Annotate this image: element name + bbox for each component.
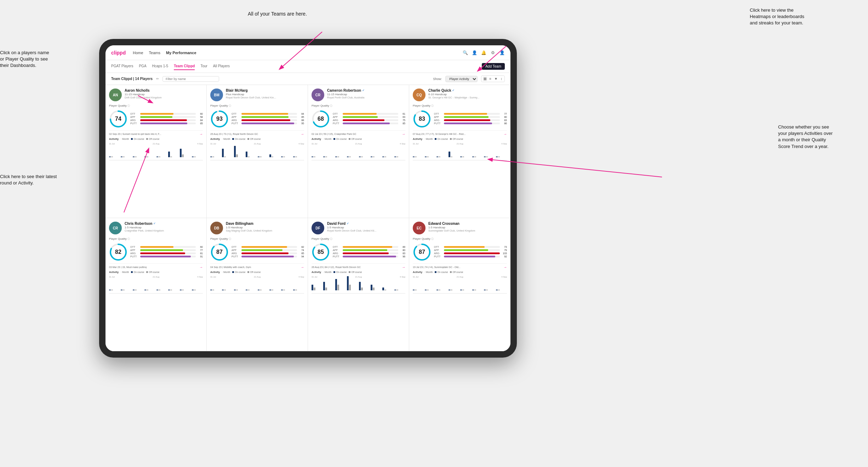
activity-period[interactable]: · Month [222,271,230,273]
chart-bar-on [269,290,271,290]
player-name[interactable]: Cameron Robertson✓ [327,89,405,92]
stat-bar-arg [343,119,384,121]
latest-round-arrow[interactable]: → [402,132,405,136]
filter-icon[interactable]: ▼ [493,76,498,81]
user-icon[interactable]: 👤 [472,50,477,56]
quality-circle[interactable]: 93 [210,110,229,128]
filter-input[interactable] [162,76,219,82]
activity-period[interactable]: · Month [424,271,433,273]
chart-bar-on [258,156,259,157]
tab-pga[interactable]: PGA [139,63,146,70]
tab-team-clippd[interactable]: Team Clippd [174,63,195,70]
quality-circle[interactable]: 87 [413,243,431,261]
bell-icon[interactable]: 🔔 [481,50,486,56]
verified-badge: ✓ [362,89,365,92]
avatar-icon[interactable]: 👤 [499,50,505,56]
activity-header: Activity · Month On course Off course [109,270,203,274]
show-select[interactable]: Player Activity Quality Trend [445,76,478,82]
chart-bar-off [224,290,226,290]
latest-round-arrow[interactable]: → [503,132,507,136]
search-icon[interactable]: 🔍 [462,50,468,56]
latest-round-arrow[interactable]: → [199,265,203,269]
stat-bar-bg-ott [444,113,500,115]
quality-section[interactable]: 85 OTT 89 APP [312,243,405,261]
chart-area: 31 Jul21 Aug4 Sep [109,142,203,160]
add-team-button[interactable]: Add Team [482,63,505,70]
nav-home[interactable]: Home [133,49,143,56]
player-name[interactable]: Aaron Nicholls [125,89,203,92]
nav-teams[interactable]: Teams [149,49,160,56]
quality-section[interactable]: 82 OTT 60 APP [109,243,203,261]
list-view-icon[interactable]: ≡ [489,76,492,81]
nav-my-performance[interactable]: My Performance [166,49,196,56]
stat-bar-putt [343,256,396,257]
latest-round-arrow[interactable]: → [199,132,203,136]
chart-bar-off [325,156,327,157]
activity-period[interactable]: · Month [222,138,230,140]
quality-circle[interactable]: 74 [109,110,127,128]
player-info: Chris Robertson✓ 1-5 Handicap Craigmilla… [125,222,203,232]
grid-view-icon[interactable]: ⊞ [483,76,487,81]
chart-bar-on [156,156,158,157]
quality-circle[interactable]: 83 [413,110,431,128]
edit-icon[interactable]: ✏ [156,77,159,81]
off-course-dot [146,271,148,273]
latest-round-text: 19 Jul 23 | 74 (+4), Sunningdale GC - Ol… [413,266,502,268]
chart-bar-group [496,290,507,290]
stat-value-putt: 96 [400,255,405,258]
chart-bar-on [133,156,135,157]
player-name[interactable]: Charlie Quick✓ [428,89,507,92]
player-name[interactable]: Chris Robertson✓ [125,222,203,226]
latest-round-arrow[interactable]: → [402,265,405,269]
quality-section[interactable]: 87 OTT 82 APP [210,243,304,261]
player-name[interactable]: Blair McHarg [226,89,304,92]
activity-period[interactable]: · Month [323,138,331,140]
quality-circle[interactable]: 87 [210,243,229,261]
chart-bar-group [281,156,292,157]
activity-period[interactable]: · Month [121,271,129,273]
activity-title: Activity [210,270,220,274]
quality-section[interactable]: 87 OTT 73 APP [413,243,507,261]
chart-bar-off [349,285,351,290]
activity-period[interactable]: · Month [424,138,433,140]
quality-circle[interactable]: 68 [312,110,330,128]
latest-round-text: 03 Mar 23 | 19, Must make putting [109,266,198,268]
player-name[interactable]: Dave Billingham [226,222,304,226]
on-course-dot [131,271,133,273]
off-course-legend: Off course [349,271,362,273]
activity-period[interactable]: · Month [121,138,129,140]
player-name[interactable]: David Ford✓ [327,222,405,226]
latest-round-arrow[interactable]: → [301,132,304,136]
stat-row-ott: OTT 73 [434,246,507,248]
quality-circle[interactable]: 82 [109,243,127,261]
activity-header: Activity · Month On course Off course [413,270,507,274]
latest-round-arrow[interactable]: → [503,265,507,269]
chart-bar-off [474,290,476,290]
tab-pgat[interactable]: PGAT Players [111,63,133,70]
quality-section[interactable]: 83 OTT 77 APP [413,110,507,128]
stat-row-ott: OTT 61 [333,113,405,115]
quality-section[interactable]: 93 OTT 84 APP [210,110,304,128]
player-name[interactable]: Edward Crossman [428,222,507,226]
stat-bar-bg-ott [343,246,398,248]
sort-icon[interactable]: ↕ [500,76,503,81]
settings-icon[interactable]: ⚙ [490,50,496,56]
latest-round-text: 04 Sep 23 | Mobility with coach, Gym [210,266,299,268]
chart-bar-on [436,290,438,290]
activity-period[interactable]: · Month [323,271,331,273]
chart-bar-on [359,282,361,290]
chart-bar-off [182,154,184,157]
quality-circle[interactable]: 85 [312,243,330,261]
stat-row-putt: PUTT 96 [333,255,405,258]
chart-bar-group [449,152,460,157]
tab-tour[interactable]: Tour [200,63,207,70]
quality-section[interactable]: 74 OTT 60 APP [109,110,203,128]
avatar: EC [413,222,426,234]
latest-round-arrow[interactable]: → [301,265,304,269]
tab-hcaps[interactable]: Hcaps 1-5 [152,63,169,70]
tab-all-players[interactable]: All Players [213,63,230,70]
chart-bar-group [484,290,495,290]
chart-bar-off [260,156,262,157]
quality-section[interactable]: 68 OTT 61 APP [312,110,405,128]
stats-bars: OTT 77 APP 80 [434,113,507,125]
